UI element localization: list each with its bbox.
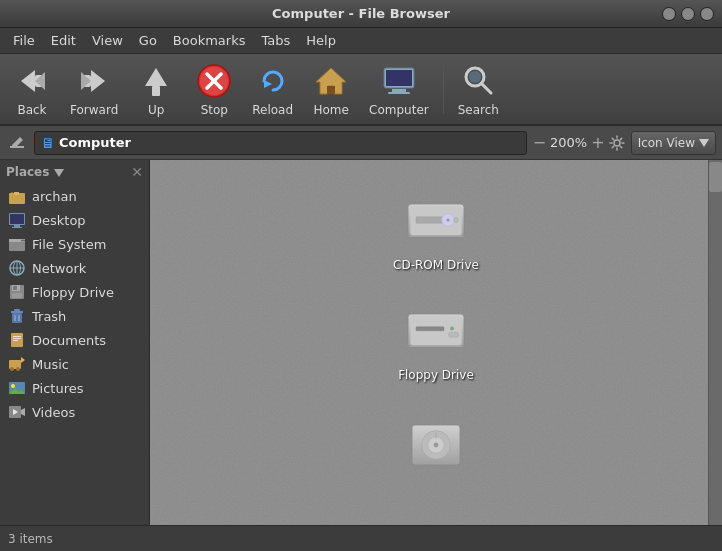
svg-marker-3 xyxy=(91,70,105,92)
sidebar-item-network[interactable]: Network xyxy=(0,256,149,280)
zoom-level: 200% xyxy=(550,135,587,150)
sidebar-close-button[interactable]: ✕ xyxy=(131,164,143,180)
svg-rect-51 xyxy=(13,336,21,337)
stop-label: Stop xyxy=(201,103,228,117)
svg-rect-43 xyxy=(13,286,17,290)
forward-icon xyxy=(74,61,114,101)
svg-point-56 xyxy=(10,367,14,371)
menu-bookmarks[interactable]: Bookmarks xyxy=(165,31,254,50)
stop-icon xyxy=(194,61,234,101)
view-select[interactable]: Icon View xyxy=(631,131,716,155)
zoom-in-button[interactable]: + xyxy=(591,135,604,151)
home-icon xyxy=(311,61,351,101)
svg-rect-14 xyxy=(327,86,335,94)
sidebar-title: Places xyxy=(6,165,64,179)
sidebar-header: Places ✕ xyxy=(0,160,149,184)
status-text: 3 items xyxy=(8,532,53,546)
navbar: 🖥 Computer − 200% + Icon View xyxy=(0,126,722,160)
search-label: Search xyxy=(458,103,499,117)
edit-location-icon[interactable] xyxy=(6,132,28,154)
chevron-down-icon xyxy=(699,139,709,147)
up-icon xyxy=(136,61,176,101)
zoom-area: − 200% + xyxy=(533,135,625,151)
svg-marker-12 xyxy=(264,80,272,88)
sidebar-item-filesystem[interactable]: File System xyxy=(0,232,149,256)
menu-view[interactable]: View xyxy=(84,31,131,50)
file-grid: CD-ROM Drive xyxy=(150,160,722,505)
minimize-button[interactable] xyxy=(662,7,676,21)
computer-button[interactable]: Computer xyxy=(361,57,437,121)
location-bar[interactable]: 🖥 Computer xyxy=(34,131,527,155)
harddisk-drive-icon xyxy=(404,413,468,477)
svg-point-59 xyxy=(11,384,15,388)
reload-button[interactable]: Reload xyxy=(244,57,301,121)
scrollbar[interactable] xyxy=(708,160,722,525)
svg-marker-0 xyxy=(21,70,35,92)
home-folder-icon xyxy=(8,187,26,205)
svg-point-57 xyxy=(16,367,20,371)
search-icon xyxy=(458,61,498,101)
svg-rect-17 xyxy=(392,89,406,92)
scrollbar-thumb[interactable] xyxy=(709,162,722,192)
forward-label: Forward xyxy=(70,103,118,117)
toolbar: Back Forward Up xyxy=(0,54,722,126)
menu-help[interactable]: Help xyxy=(298,31,344,50)
sidebar: Places ✕ archan Desktop xyxy=(0,160,150,525)
forward-button[interactable]: Forward xyxy=(62,57,126,121)
floppy-drive-icon xyxy=(404,298,468,362)
sidebar-item-label-filesystem: File System xyxy=(32,237,106,252)
svg-rect-18 xyxy=(388,92,410,94)
sidebar-item-archan[interactable]: archan xyxy=(0,184,149,208)
sidebar-item-label-network: Network xyxy=(32,261,86,276)
videos-icon xyxy=(8,403,26,421)
svg-rect-28 xyxy=(14,192,19,195)
sidebar-item-music[interactable]: Music xyxy=(0,352,149,376)
computer-icon xyxy=(379,61,419,101)
content-area: CD-ROM Drive xyxy=(150,160,722,525)
sidebar-item-pictures[interactable]: Pictures xyxy=(0,376,149,400)
up-button[interactable]: Up xyxy=(128,57,184,121)
svg-rect-53 xyxy=(13,340,18,341)
svg-rect-47 xyxy=(14,309,20,311)
sidebar-item-label-archan: archan xyxy=(32,189,77,204)
menu-tabs[interactable]: Tabs xyxy=(253,31,298,50)
window-controls xyxy=(662,7,714,21)
sidebar-item-videos[interactable]: Videos xyxy=(0,400,149,424)
search-button[interactable]: Search xyxy=(450,57,507,121)
maximize-button[interactable] xyxy=(681,7,695,21)
sidebar-item-desktop[interactable]: Desktop xyxy=(0,208,149,232)
window-title: Computer - File Browser xyxy=(272,6,450,21)
svg-rect-31 xyxy=(14,225,20,227)
menu-go[interactable]: Go xyxy=(131,31,165,50)
sidebar-item-floppy[interactable]: Floppy Drive xyxy=(0,280,149,304)
svg-point-36 xyxy=(23,240,25,242)
sidebar-item-trash[interactable]: Trash xyxy=(0,304,149,328)
up-label: Up xyxy=(148,103,164,117)
svg-rect-44 xyxy=(12,293,22,298)
computer-label: Computer xyxy=(369,103,429,117)
menu-file[interactable]: File xyxy=(5,31,43,50)
sidebar-item-label-pictures: Pictures xyxy=(32,381,83,396)
svg-marker-25 xyxy=(699,139,709,147)
svg-rect-32 xyxy=(12,227,22,228)
sidebar-item-label-desktop: Desktop xyxy=(32,213,86,228)
stop-button[interactable]: Stop xyxy=(186,57,242,121)
file-item-label-floppy: Floppy Drive xyxy=(398,368,474,382)
file-item-floppy[interactable]: Floppy Drive xyxy=(376,290,496,390)
file-item-cdrom[interactable]: CD-ROM Drive xyxy=(376,180,496,280)
close-button[interactable] xyxy=(700,7,714,21)
svg-point-69 xyxy=(454,218,459,223)
sidebar-item-label-videos: Videos xyxy=(32,405,75,420)
home-button[interactable]: Home xyxy=(303,57,359,121)
back-button[interactable]: Back xyxy=(4,57,60,121)
zoom-settings-icon[interactable] xyxy=(609,135,625,151)
zoom-out-button[interactable]: − xyxy=(533,135,546,151)
menu-edit[interactable]: Edit xyxy=(43,31,84,50)
file-item-harddisk[interactable] xyxy=(376,405,496,485)
toolbar-separator xyxy=(443,64,444,114)
titlebar: Computer - File Browser xyxy=(0,0,722,28)
svg-rect-52 xyxy=(13,338,21,339)
svg-rect-7 xyxy=(152,86,160,96)
svg-point-24 xyxy=(614,140,620,146)
sidebar-item-documents[interactable]: Documents xyxy=(0,328,149,352)
